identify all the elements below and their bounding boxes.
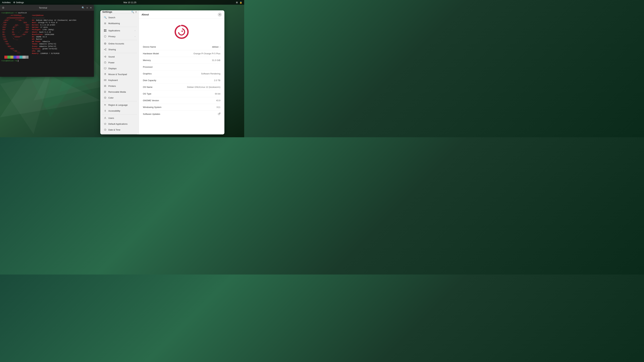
svg-point-15 [104,49,105,50]
svg-rect-40 [105,91,105,92]
sidebar-item-mouse-touchpad[interactable]: Mouse & Touchpad [101,71,138,77]
svg-marker-43 [104,104,105,106]
sidebar-item-displays[interactable]: Displays [101,65,138,71]
sidebar-item-search[interactable]: 🔍 Search [101,14,138,20]
terminal-body[interactable]: root@debian:~# neofetch _,met$$$$$gg. ,g… [0,11,94,77]
sidebar-item-color[interactable]: Color [101,95,138,100]
svg-rect-34 [105,80,106,80]
memory-value: 31.0 GiB [212,59,220,61]
settings-menu-label: Settings [16,1,24,4]
sidebar-item-privacy[interactable]: Privacy › [101,33,138,39]
sidebar-item-power[interactable]: Power [101,60,138,65]
about-os-name-row: OS Name Debian GNU/Linux 12 (bookworm) [143,84,220,90]
terminal-new-tab-button[interactable]: + [2,6,4,9]
settings-window-title: Settings [102,10,112,13]
svg-line-54 [105,130,106,130]
sidebar-item-online-accounts[interactable]: Online Accounts [101,41,138,46]
nav-sep-3 [102,53,137,53]
svg-marker-44 [105,104,106,106]
sidebar-label-applications: Applications [108,29,120,32]
svg-point-28 [105,74,105,75]
settings-hamburger-icon[interactable]: ≡ [135,10,137,13]
settings-header-icons: 🔍 ≡ [131,10,137,13]
online-accounts-nav-icon [104,42,107,45]
svg-marker-19 [104,56,106,57]
about-software-updates-row[interactable]: Software Updates [143,111,220,117]
about-device-name-row: Device Name debian › [143,43,220,50]
settings-gear-icon: ⚙ [13,1,15,4]
settings-sidebar-header: Settings 🔍 ≡ [100,10,139,13]
svg-line-18 [105,50,106,50]
sidebar-label-color: Color [108,96,114,99]
tray-network-icon: ⊞ [236,1,238,4]
settings-menu-button[interactable]: ⚙ Settings [13,1,24,4]
displays-nav-icon [104,67,107,70]
about-os-type-row: OS Type 64-bit [143,90,220,97]
os-name-value: Debian GNU/Linux 12 (bookworm) [187,86,220,88]
sidebar-item-printers[interactable]: Printers [101,83,138,89]
svg-rect-33 [106,80,106,80]
graphics-label: Graphics [143,72,152,75]
software-updates-ext-link-icon [218,113,220,115]
sidebar-item-users[interactable]: Users [101,115,138,121]
about-panel-header: About ✕ [139,10,224,19]
sharing-nav-icon [104,48,107,51]
about-memory-row: Memory 31.0 GiB [143,57,220,64]
sidebar-label-accessibility: Accessibility [108,110,120,112]
sidebar-label-users: Users [108,117,114,119]
sidebar-item-date-time[interactable]: Date & Time [101,127,138,133]
svg-marker-51 [104,123,106,125]
multitasking-nav-icon: ⊞ [104,22,107,25]
datetime-nav-icon [104,128,107,131]
about-close-button[interactable]: ✕ [218,12,222,16]
applications-arrow-icon: › [135,29,135,31]
applications-nav-icon [104,29,107,32]
sidebar-item-accessibility[interactable]: Accessibility [101,108,138,114]
sidebar-item-about[interactable]: i About [101,134,138,134]
terminal-menu-icon[interactable]: ≡ [86,6,88,9]
privacy-nav-icon [104,35,107,38]
terminal-search-icon[interactable]: 🔍 [82,6,84,9]
sidebar-item-removable-media[interactable]: Removable Media [101,89,138,95]
sidebar-item-keyboard[interactable]: Keyboard [101,77,138,83]
terminal-controls: + [2,6,4,9]
terminal-titlebar: + Terminal 🔍 ≡ ✕ [0,5,94,11]
sidebar-item-applications[interactable]: Applications › [101,28,138,33]
debian-logo-container [139,19,224,43]
sidebar-label-online-accounts: Online Accounts [108,42,124,45]
hardware-model-value: Orange Pi Orange Pi 5 Plus [194,52,220,55]
svg-line-49 [105,111,106,112]
about-disk-capacity-row: Disk Capacity 2.0 TB [143,77,220,84]
sidebar-item-multitasking[interactable]: ⊞ Multitasking [101,20,138,26]
region-nav-icon [104,103,107,106]
removable-media-nav-icon [104,90,107,93]
software-updates-link[interactable] [218,113,220,115]
accessibility-nav-icon [104,109,107,112]
nav-sep-4 [102,101,137,101]
sidebar-item-default-applications[interactable]: Default Applications [101,121,138,127]
terminal-window: + Terminal 🔍 ≡ ✕ root@debian:~# neofetch… [0,5,94,77]
sidebar-item-region-language[interactable]: Region & Language [101,102,138,108]
mouse-nav-icon [104,73,107,76]
os-type-value: 64-bit [215,92,220,95]
svg-rect-7 [104,29,105,30]
svg-point-16 [106,50,106,50]
svg-line-17 [105,49,106,49]
settings-search-icon[interactable]: 🔍 [131,10,134,13]
sidebar-item-sharing[interactable]: Sharing [101,46,138,52]
about-processor-row: Processor [143,64,220,70]
sound-nav-icon [104,55,107,58]
activities-button[interactable]: Activities [2,1,10,4]
sidebar-label-removable-media: Removable Media [108,91,126,93]
sidebar-label-multitasking: Multitasking [108,22,120,25]
topbar-tray: ⊞ 🔒 [236,1,242,4]
windowing-system-value: X11 [216,106,220,108]
settings-nav: 🔍 Search ⊞ Multitasking [100,13,139,134]
about-panel-title: About [142,13,149,16]
sidebar-item-sound[interactable]: Sound [101,54,138,59]
terminal-close-icon[interactable]: ✕ [90,6,92,9]
device-name-label: Device Name [143,45,156,48]
device-name-arrow[interactable]: › [220,45,220,48]
software-updates-label: Software Updates [143,113,160,115]
nav-sep-6 [102,133,137,133]
